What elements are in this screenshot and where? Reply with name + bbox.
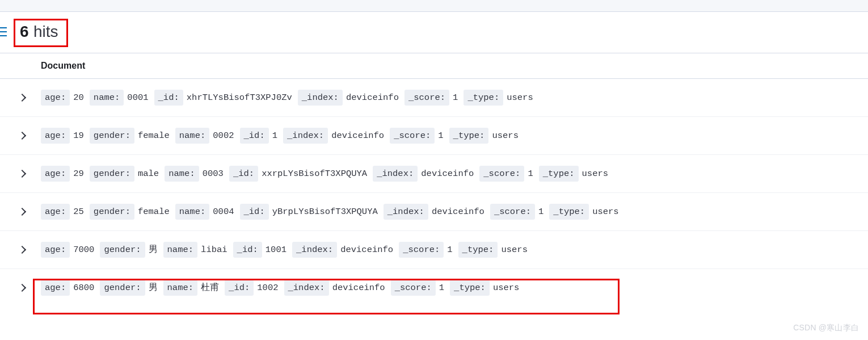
field-value: 1 [453,91,458,105]
field-pair: gender:female [90,204,172,220]
column-header-row: Document [0,53,868,79]
field-pair: gender:female [90,128,172,144]
field-key: _id: [240,128,269,144]
field-key: _score: [399,242,444,258]
results-table: Document age:20name:0001_id:xhrTLYsBisof… [0,53,868,307]
field-pair: _type:users [539,166,610,182]
field-value: 1002 [257,281,278,295]
field-key: _index: [373,166,418,182]
field-key: _type: [458,242,498,258]
field-value: 0003 [203,167,224,181]
field-key: _type: [539,166,579,182]
field-pair: _index:deviceinfo [373,166,476,182]
field-value: xhrTLYsBisofT3XPJ0Zv [187,91,292,105]
field-value: 6800 [73,281,94,295]
field-value: deviceinfo [331,129,384,143]
hits-summary: 6 hits [14,19,68,47]
field-pair: _index:deviceinfo [292,242,395,258]
expand-toggle[interactable] [0,133,41,138]
field-key: _index: [298,90,343,106]
field-value: 杜甫 [201,281,219,295]
expand-toggle[interactable] [0,247,41,253]
document-source: age:20name:0001_id:xhrTLYsBisofT3XPJ0Zv_… [41,87,536,108]
field-pair: age:29 [41,166,86,182]
field-value: 7000 [73,243,94,257]
field-key: age: [41,242,70,258]
field-key: name: [175,128,210,144]
expand-toggle[interactable] [0,209,41,215]
field-value: users [493,281,520,295]
field-key: age: [41,166,70,182]
field-key: _score: [490,204,535,220]
field-key: _index: [292,242,337,258]
field-value: 1001 [266,243,286,257]
expand-toggle[interactable] [0,171,41,177]
chevron-right-icon [18,208,26,216]
field-key: _id: [229,166,258,182]
field-value: users [582,167,609,181]
chevron-right-icon [18,284,26,292]
field-pair: _score:1 [404,90,460,106]
field-key: name: [90,90,124,106]
field-pair: _id:1002 [225,280,280,296]
field-pair: age:20 [41,90,86,106]
field-pair: _score:1 [399,242,454,258]
field-pair: name:0001 [90,90,151,106]
field-value: yBrpLYsBisofT3XPQUYA [272,205,378,219]
field-value: male [138,167,159,181]
document-source: age:29gender:malename:0003_id:xxrpLYsBis… [41,163,610,184]
field-key: _index: [384,204,428,220]
field-value: 0001 [127,91,148,105]
field-pair: name:0002 [175,128,237,144]
field-pair: name:0003 [165,166,226,182]
field-value: 1 [538,205,543,219]
document-source: age:6800gender:男name:杜甫_id:1002_index:de… [41,278,521,299]
field-value: users [592,205,619,219]
field-pair: _id:xhrTLYsBisofT3XPJ0Zv [154,90,294,106]
field-value: deviceinfo [346,91,399,105]
table-row: age:19gender:femalename:0002_id:1_index:… [0,117,868,155]
field-value: 20 [73,91,84,105]
field-key: _id: [154,90,183,106]
hits-count: 6 [20,23,29,40]
watermark: CSDN @寒山李白 [793,323,859,333]
document-source: age:7000gender:男name:libai_id:1001_index… [41,240,530,261]
table-row: age:7000gender:男name:libai_id:1001_index… [0,231,868,269]
document-column-header[interactable]: Document [41,61,85,71]
field-value: 男 [149,243,158,257]
field-key: name: [165,166,199,182]
field-pair: name:libai [163,242,230,258]
field-pair: _index:deviceinfo [284,280,387,296]
field-pair: gender:男 [100,242,159,258]
expand-toggle[interactable] [0,285,41,291]
field-pair: _type:users [449,128,521,144]
document-source: age:19gender:femalename:0002_id:1_index:… [41,125,521,146]
field-key: _score: [391,280,436,296]
field-key: _type: [450,280,490,296]
field-pair: name:0004 [175,204,237,220]
menu-icon[interactable] [0,27,9,36]
field-value: 1 [438,129,443,143]
field-value: 1 [447,243,452,257]
field-pair: _id:xxrpLYsBisofT3XPQUYA [229,166,369,182]
field-key: age: [41,204,70,220]
expand-toggle[interactable] [0,95,41,100]
field-pair: _type:users [464,90,535,106]
field-pair: age:25 [41,204,86,220]
field-pair: gender:男 [100,280,159,296]
field-key: gender: [90,166,134,182]
field-key: _type: [549,204,589,220]
field-pair: _type:users [450,280,521,296]
document-source: age:25gender:femalename:0004_id:yBrpLYsB… [41,202,621,223]
field-pair: age:7000 [41,242,96,258]
table-row: age:29gender:malename:0003_id:xxrpLYsBis… [0,155,868,193]
field-pair: _id:yBrpLYsBisofT3XPQUYA [240,204,380,220]
chevron-right-icon [18,170,26,178]
field-key: _score: [390,128,435,144]
field-value: users [501,243,528,257]
field-value: deviceinfo [421,167,474,181]
field-pair: _score:1 [390,128,445,144]
field-key: _type: [464,90,503,106]
field-pair: _id:1001 [233,242,289,258]
field-key: _score: [404,90,449,106]
